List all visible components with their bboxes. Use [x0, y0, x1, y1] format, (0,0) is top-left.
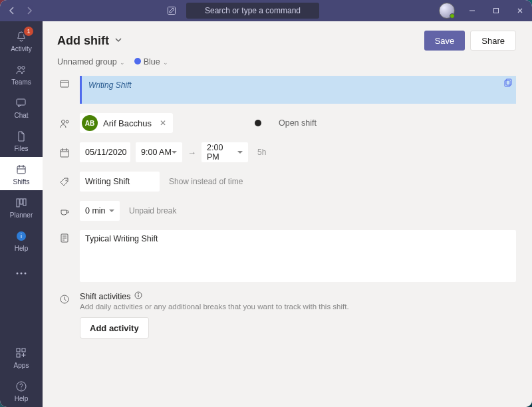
save-button[interactable]: Save	[424, 31, 466, 51]
clock-icon	[57, 291, 72, 306]
svg-rect-9	[23, 199, 26, 205]
window-close-button[interactable]	[508, 0, 532, 21]
rail-chat[interactable]: Chat	[0, 90, 43, 124]
copy-icon[interactable]	[503, 78, 512, 90]
help-circle-icon: i	[14, 229, 29, 243]
start-time-dropdown[interactable]: 9:00 AM	[136, 142, 182, 162]
add-activity-button[interactable]: Add activity	[80, 317, 149, 339]
rail-files[interactable]: Files	[0, 124, 43, 157]
open-shift-dot	[255, 120, 261, 126]
files-icon	[14, 129, 29, 144]
rail-apps[interactable]: Apps	[0, 340, 43, 374]
window-minimize-button[interactable]	[460, 0, 484, 21]
arrow-right-icon: →	[188, 148, 196, 158]
remove-person-button[interactable]: ✕	[157, 118, 169, 128]
nav-back-button[interactable]	[4, 3, 20, 19]
share-button[interactable]: Share	[470, 31, 516, 51]
duration-label: 5h	[257, 148, 266, 157]
user-avatar[interactable]	[439, 3, 455, 19]
open-shift-label: Open shift	[279, 118, 317, 128]
svg-point-19	[21, 388, 21, 389]
person-chip[interactable]: AB Arif Bacchus ✕	[80, 113, 173, 133]
rail-help-bottom[interactable]: Help	[0, 374, 43, 407]
help-icon	[14, 379, 29, 394]
people-icon	[57, 116, 72, 130]
date-input[interactable]: 05/11/2020	[80, 142, 130, 162]
svg-rect-6	[17, 166, 25, 174]
title-dropdown-icon[interactable]	[114, 36, 122, 46]
svg-rect-22	[506, 79, 511, 85]
svg-rect-8	[20, 199, 23, 204]
calendar-icon	[57, 145, 72, 160]
shifts-icon	[14, 162, 29, 177]
person-avatar: AB	[82, 115, 98, 131]
planner-icon	[14, 196, 29, 210]
svg-point-4	[22, 66, 25, 68]
main-content: Add shift Save Share Unnamed group⌄ Blue…	[43, 21, 532, 407]
coffee-icon	[57, 204, 72, 218]
search-placeholder: Search or type a command	[205, 6, 301, 15]
svg-rect-31	[138, 295, 139, 297]
svg-rect-5	[17, 99, 25, 105]
svg-point-23	[62, 120, 65, 124]
preview-icon	[57, 76, 72, 90]
svg-rect-0	[168, 7, 176, 15]
shift-preview: Writing Shift	[80, 76, 516, 104]
svg-point-12	[17, 273, 19, 275]
activities-hint: Add daily activities or any additional b…	[80, 303, 349, 311]
rail-shifts[interactable]: Shifts	[0, 157, 43, 190]
activity-badge: 1	[24, 27, 33, 36]
app-rail: 1 Activity Teams Chat Files Shifts	[0, 21, 43, 407]
svg-point-14	[25, 273, 27, 275]
rail-planner[interactable]: Planner	[0, 190, 43, 223]
search-input[interactable]: Search or type a command	[186, 3, 319, 19]
new-note-icon[interactable]	[161, 0, 182, 21]
note-icon	[57, 230, 72, 245]
svg-rect-7	[17, 199, 19, 207]
svg-point-13	[21, 273, 23, 275]
tag-icon	[57, 174, 72, 189]
svg-rect-16	[22, 348, 25, 352]
svg-rect-17	[17, 354, 20, 357]
nav-forward-button[interactable]	[21, 3, 37, 19]
apps-icon	[14, 346, 29, 360]
color-dropdown[interactable]: Blue⌄	[134, 57, 168, 67]
presence-indicator	[450, 13, 455, 19]
break-dropdown[interactable]: 0 min	[80, 201, 120, 221]
chat-icon	[14, 96, 29, 110]
svg-point-26	[66, 180, 67, 182]
activities-title: Shift activities	[80, 292, 130, 301]
color-dot-icon	[134, 58, 141, 65]
rail-more[interactable]	[0, 257, 43, 290]
svg-rect-20	[61, 80, 68, 87]
page-title: Add shift	[57, 34, 109, 48]
svg-point-30	[138, 293, 140, 295]
more-icon	[14, 266, 29, 281]
rail-help[interactable]: i Help	[0, 223, 43, 257]
person-name: Arif Bacchus	[103, 118, 152, 128]
svg-rect-21	[505, 80, 510, 86]
shift-preview-label: Writing Shift	[88, 80, 132, 90]
rail-teams[interactable]: Teams	[0, 57, 43, 90]
notes-textarea[interactable]: Typical Writing Shift	[80, 230, 516, 282]
svg-rect-25	[61, 150, 68, 157]
svg-rect-2	[494, 9, 499, 13]
titlebar: Search or type a command	[0, 0, 532, 21]
svg-point-24	[66, 120, 68, 123]
info-icon[interactable]	[134, 291, 142, 301]
group-dropdown[interactable]: Unnamed group⌄	[57, 57, 125, 67]
svg-point-3	[18, 66, 21, 68]
window-maximize-button[interactable]	[484, 0, 508, 21]
label-hint: Show instead of time	[169, 177, 243, 186]
svg-rect-15	[17, 348, 20, 352]
teams-icon	[14, 63, 29, 77]
shift-label-input[interactable]: Writing Shift	[80, 172, 160, 192]
rail-activity[interactable]: 1 Activity	[0, 24, 43, 57]
break-hint: Unpaid break	[129, 206, 176, 215]
end-time-dropdown[interactable]: 2:00 PM	[201, 142, 248, 162]
svg-text:i: i	[21, 233, 22, 239]
